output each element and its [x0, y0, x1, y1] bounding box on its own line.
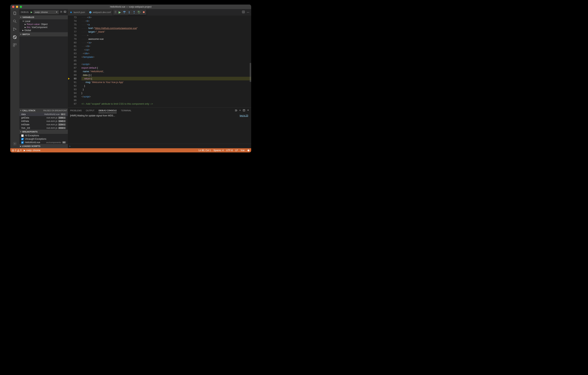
- minimap[interactable]: [250, 16, 251, 107]
- variables-section[interactable]: ▼VARIABLES: [19, 15, 68, 19]
- panel-tab-terminal[interactable]: TERMINAL: [121, 108, 131, 113]
- status-bar: 0 0 ▶vuejs: chrome Ln 90, Col 1 Spaces: …: [10, 148, 251, 153]
- debug-label: DEBUG: [21, 11, 29, 13]
- debug-console-input[interactable]: ›: [68, 144, 251, 148]
- stack-frame[interactable]: initDatavue.esm.js3345:1: [19, 120, 68, 123]
- svg-line-8: [13, 36, 16, 39]
- loaded-scripts-section[interactable]: ▶LOADED SCRIPTS: [19, 144, 68, 148]
- webpack-file-icon: [89, 11, 92, 14]
- svg-rect-20: [143, 11, 145, 13]
- svg-point-34: [18, 151, 18, 151]
- debug-icon[interactable]: [12, 34, 17, 40]
- close-panel-icon[interactable]: ✕: [247, 109, 249, 112]
- svg-rect-11: [13, 45, 15, 47]
- clear-console-icon[interactable]: [234, 109, 237, 112]
- debug-toolbar[interactable]: ⠿ ▶: [113, 10, 146, 15]
- watch-body: [19, 36, 68, 63]
- step-out-icon[interactable]: [133, 11, 136, 14]
- panel-tab-output[interactable]: OUTPUT: [86, 108, 94, 113]
- panel: PROBLEMS OUTPUT DEBUG CONSOLE TERMINAL ∧…: [68, 107, 251, 148]
- return-value-row[interactable]: ▶Return value: Object: [19, 23, 68, 26]
- tab-actions: ···: [242, 9, 251, 16]
- status-feedback-icon[interactable]: [247, 149, 250, 152]
- bp-checkbox[interactable]: [21, 134, 24, 137]
- panel-body[interactable]: [HMR] Waiting for update signal from WDS…: [68, 114, 251, 144]
- svg-point-36: [248, 150, 248, 150]
- tab-webpack-conf[interactable]: webpack.dev.conf: [87, 9, 113, 16]
- bp-all-exceptions[interactable]: All Exceptions: [19, 134, 68, 137]
- vscode-file-icon: [70, 11, 72, 14]
- svg-point-18: [129, 13, 129, 13]
- settings-gear-icon[interactable]: [12, 141, 17, 146]
- bp-checkbox[interactable]: [21, 138, 24, 140]
- status-language[interactable]: Vue: [241, 149, 245, 152]
- vscode-window: HelloWorld.vue — vuejs-webpack-project D…: [10, 5, 251, 153]
- tab-launch-json[interactable]: launch.json: [68, 9, 87, 16]
- bp-file[interactable]: HelloWorld.vuesrc/components90: [19, 141, 68, 144]
- callstack-section[interactable]: ▼CALL STACK PAUSED ON BREAKPOINT: [19, 109, 68, 113]
- code-content[interactable]: ········</li> ······<li> ········<a ····…: [82, 16, 251, 107]
- bp-uncaught-exceptions[interactable]: Uncaught Exceptions: [19, 137, 68, 141]
- global-scope[interactable]: ▶Global: [19, 29, 68, 32]
- status-eol[interactable]: LF: [235, 149, 238, 152]
- svg-point-5: [13, 30, 14, 31]
- collapse-panel-icon[interactable]: ∧: [239, 109, 241, 112]
- error-icon: [12, 149, 14, 152]
- step-over-icon[interactable]: [123, 11, 126, 14]
- debug-config-dropdown[interactable]: vuejs: chrome: [33, 10, 59, 14]
- drag-handle-icon[interactable]: ⠿: [115, 11, 117, 14]
- this-row[interactable]: ▶this: VueComponent: [19, 26, 68, 29]
- panel-tab-debug-console[interactable]: DEBUG CONSOLE: [98, 108, 117, 113]
- stack-frame[interactable]: getDatavue.esm.js3386:1: [19, 116, 68, 120]
- breakpoint-gutter[interactable]: [68, 16, 70, 107]
- restart-icon[interactable]: [137, 11, 141, 14]
- watch-section[interactable]: ▼WATCH: [19, 32, 68, 36]
- console-log-source[interactable]: log.js:23: [240, 114, 248, 117]
- current-execution-icon: [68, 78, 70, 80]
- editor-tabs: launch.json webpack.dev.conf JS index.js…: [68, 9, 251, 16]
- stack-frame[interactable]: dataHelloWorld.vue90:1: [19, 113, 68, 116]
- step-into-icon[interactable]: [128, 11, 131, 14]
- status-encoding[interactable]: UTF-8: [226, 149, 233, 152]
- title-bar: HelloWorld.vue — vuejs-webpack-project: [10, 5, 251, 9]
- svg-point-12: [14, 143, 15, 144]
- split-editor-icon[interactable]: [242, 11, 245, 14]
- warning-icon: [17, 149, 20, 152]
- activity-bar: [10, 9, 19, 148]
- breakpoints-body: All Exceptions Uncaught Exceptions Hello…: [19, 134, 68, 144]
- local-scope[interactable]: ▼Local: [19, 20, 68, 23]
- window-body: DEBUG ▶ vuejs: chrome ▼VARIABLES ▼Local …: [10, 9, 251, 148]
- bp-checkbox[interactable]: [21, 141, 24, 144]
- start-debugging-icon[interactable]: ▶: [31, 11, 32, 13]
- code-editor[interactable]: 7374757677787980818283848586878889909192…: [68, 16, 251, 107]
- debug-settings-icon[interactable]: [60, 11, 63, 14]
- more-actions-icon[interactable]: ···: [247, 11, 249, 14]
- status-ln-col[interactable]: Ln 90, Col 1: [199, 149, 211, 152]
- maximize-panel-icon[interactable]: [243, 109, 245, 112]
- debug-console-icon[interactable]: [64, 11, 66, 14]
- svg-line-3: [15, 22, 16, 23]
- line-numbers: 7374757677787980818283848586878889909192…: [70, 16, 78, 107]
- stop-icon[interactable]: [142, 11, 145, 13]
- svg-rect-9: [13, 44, 15, 45]
- debug-sidebar: DEBUG ▶ vuejs: chrome ▼VARIABLES ▼Local …: [19, 9, 68, 148]
- extensions-icon[interactable]: [12, 43, 17, 48]
- scm-icon[interactable]: [12, 27, 17, 32]
- editor-group: launch.json webpack.dev.conf JS index.js…: [68, 9, 251, 148]
- status-spaces[interactable]: Spaces: 4: [213, 149, 223, 152]
- panel-actions: ∧ ✕: [234, 109, 249, 112]
- search-icon[interactable]: [12, 19, 17, 24]
- paused-label: PAUSED ON BREAKPOINT: [43, 110, 67, 112]
- svg-point-2: [13, 20, 16, 22]
- svg-rect-28: [243, 109, 245, 111]
- status-errors[interactable]: 0 0: [12, 149, 21, 152]
- fold-gutter[interactable]: [78, 16, 82, 107]
- status-debug-config[interactable]: ▶vuejs: chrome: [24, 149, 40, 152]
- panel-tab-problems[interactable]: PROBLEMS: [70, 108, 82, 113]
- breakpoints-section[interactable]: ▼BREAKPOINTS: [19, 130, 68, 134]
- continue-icon[interactable]: ▶: [119, 11, 121, 14]
- explorer-icon[interactable]: [12, 11, 17, 16]
- svg-point-35: [248, 149, 250, 151]
- stack-frame[interactable]: initStatevue.esm.js3284:1: [19, 123, 68, 126]
- stack-frame[interactable]: Vue._initvue.esm.js4558:1: [19, 126, 68, 130]
